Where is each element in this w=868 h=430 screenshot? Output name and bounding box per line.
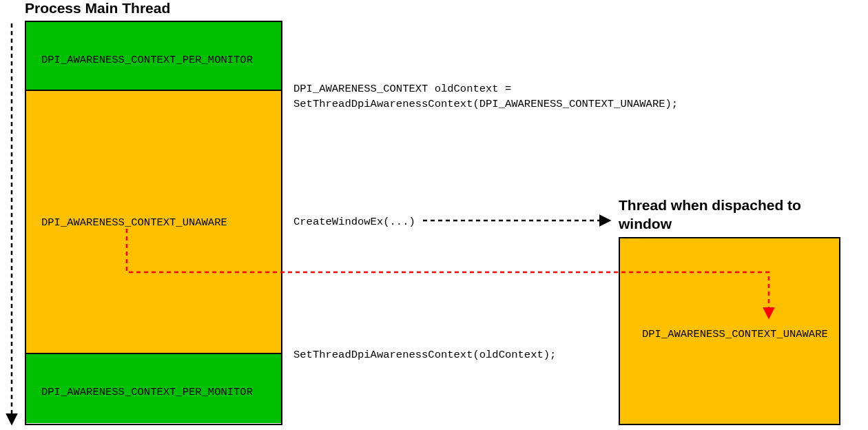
main-bot-block: DPI_AWARENESS_CONTEXT_PER_MONITOR xyxy=(26,353,281,423)
main-thread-column: DPI_AWARENESS_CONTEXT_PER_MONITOR DPI_AW… xyxy=(25,21,282,425)
window-thread-title: Thread when dispached to window xyxy=(619,196,825,234)
main-thread-title: Process Main Thread xyxy=(25,0,170,17)
window-label: DPI_AWARENESS_CONTEXT_UNAWARE xyxy=(642,328,828,340)
main-top-block: DPI_AWARENESS_CONTEXT_PER_MONITOR xyxy=(26,22,281,91)
window-thread-block: DPI_AWARENESS_CONTEXT_UNAWARE xyxy=(619,237,840,425)
main-bot-label: DPI_AWARENESS_CONTEXT_PER_MONITOR xyxy=(41,386,253,398)
code-push: DPI_AWARENESS_CONTEXT oldContext = SetTh… xyxy=(293,82,678,112)
main-top-label: DPI_AWARENESS_CONTEXT_PER_MONITOR xyxy=(41,54,253,66)
code-create: CreateWindowEx(...) xyxy=(293,215,415,230)
main-mid-label: DPI_AWARENESS_CONTEXT_UNAWARE xyxy=(41,216,227,229)
code-pop: SetThreadDpiAwarenessContext(oldContext)… xyxy=(293,348,556,363)
main-mid-block: DPI_AWARENESS_CONTEXT_UNAWARE xyxy=(26,91,281,353)
